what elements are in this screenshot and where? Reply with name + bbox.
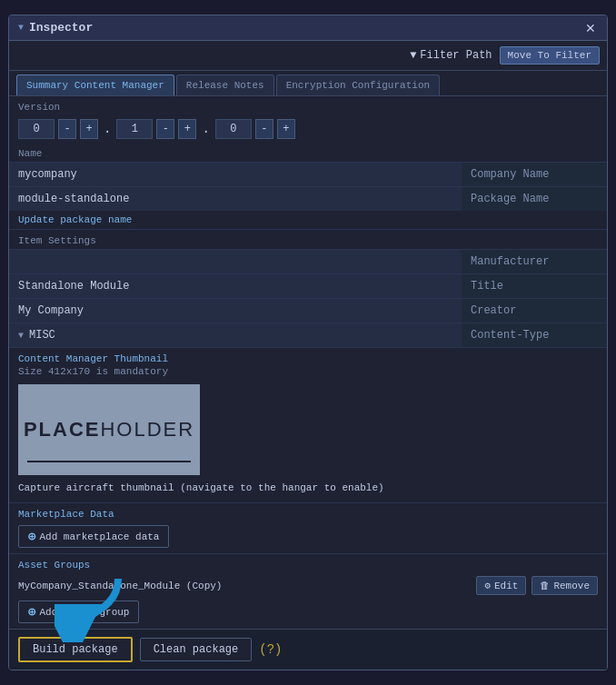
version-minor-plus[interactable]: + bbox=[178, 119, 196, 139]
package-name-label: Package Name bbox=[462, 187, 607, 211]
thumbnail-section: Content Manager Thumbnail Size 412x170 i… bbox=[9, 347, 607, 502]
toolbar-row: ▼ Filter Path Move To Filter bbox=[9, 41, 607, 71]
content-type-label: Content-Type bbox=[462, 323, 607, 347]
asset-groups-section: Asset Groups MyCompany_Standalone_Module… bbox=[9, 553, 607, 629]
window-title: Inspector bbox=[29, 21, 93, 35]
filter-path-button[interactable]: ▼ Filter Path bbox=[410, 49, 492, 62]
package-name-input[interactable] bbox=[9, 187, 462, 211]
plus-circle-icon: ⊕ bbox=[28, 529, 35, 544]
move-to-filter-button[interactable]: Move To Filter bbox=[500, 46, 600, 65]
edit-btn-label: Edit bbox=[494, 581, 518, 591]
build-package-button[interactable]: Build package bbox=[18, 637, 133, 662]
inspector-window: ▼ Inspector ✕ ▼ Filter Path Move To Filt… bbox=[8, 15, 608, 670]
marketplace-label: Marketplace Data bbox=[18, 509, 598, 520]
filter-path-label: Filter Path bbox=[420, 49, 492, 62]
content-type-value-container: ▼ MISC bbox=[9, 323, 462, 347]
bottom-bar: Build package Clean package (?) bbox=[9, 629, 607, 670]
version-major-minus[interactable]: - bbox=[58, 119, 76, 139]
tab-release-notes[interactable]: Release Notes bbox=[176, 74, 274, 95]
asset-name: MyCompany_Standalone_Module (Copy) bbox=[18, 581, 471, 591]
clean-package-button[interactable]: Clean package bbox=[140, 638, 253, 661]
title-bar: ▼ Inspector ✕ bbox=[9, 15, 607, 41]
version-minor-input[interactable] bbox=[116, 119, 153, 139]
title-bar-left: ▼ Inspector bbox=[18, 21, 93, 35]
filter-icon: ▼ bbox=[410, 49, 416, 62]
placeholder-underline bbox=[27, 461, 191, 462]
remove-asset-button[interactable]: 🗑 Remove bbox=[532, 576, 598, 595]
asset-row: MyCompany_Standalone_Module (Copy) ⚙ Edi… bbox=[18, 576, 598, 595]
content-area: Version - + . - + . - + Name Company Nam… bbox=[9, 96, 607, 629]
collapse-icon: ▼ bbox=[18, 23, 24, 33]
version-label: Version bbox=[9, 96, 607, 115]
thumbnail-placeholder[interactable]: PLACEHOLDER bbox=[18, 384, 200, 475]
item-settings-label: Item Settings bbox=[9, 229, 607, 249]
title-label: Title bbox=[462, 274, 607, 298]
marketplace-section: Marketplace Data ⊕ Add marketplace data bbox=[9, 502, 607, 553]
add-marketplace-label: Add marketplace data bbox=[39, 531, 159, 542]
tabs-row: Summary Content Manager Release Notes En… bbox=[9, 71, 607, 96]
help-button[interactable]: (?) bbox=[259, 642, 282, 657]
version-minor-minus[interactable]: - bbox=[156, 119, 174, 139]
placeholder-text: PLACEHOLDER bbox=[24, 418, 194, 442]
capture-text: Capture aircraft thumbnail (navigate to … bbox=[18, 482, 598, 493]
close-button[interactable]: ✕ bbox=[583, 22, 598, 35]
version-patch-input[interactable] bbox=[215, 119, 252, 139]
trash-icon: 🗑 bbox=[540, 580, 550, 591]
dot-1: . bbox=[102, 122, 113, 136]
placeholder-light: HOLDER bbox=[100, 418, 194, 441]
name-section: Name Company Name Package Name Update pa… bbox=[9, 143, 607, 229]
edit-icon: ⚙ bbox=[484, 580, 491, 591]
version-row: - + . - + . - + bbox=[9, 115, 607, 143]
name-label: Name bbox=[9, 143, 607, 162]
tab-summary-content-manager[interactable]: Summary Content Manager bbox=[16, 74, 174, 95]
content-type-dropdown-arrow: ▼ bbox=[18, 331, 24, 341]
creator-value: My Company bbox=[9, 299, 462, 323]
dot-2: . bbox=[200, 122, 211, 136]
thumbnail-section-label: Content Manager Thumbnail bbox=[18, 353, 598, 364]
creator-label: Creator bbox=[462, 299, 607, 323]
remove-btn-label: Remove bbox=[553, 581, 590, 591]
company-name-row: Company Name bbox=[9, 162, 607, 186]
update-package-row: Update package name bbox=[9, 211, 607, 229]
add-marketplace-data-button[interactable]: ⊕ Add marketplace data bbox=[18, 525, 169, 548]
update-package-name-button[interactable]: Update package name bbox=[9, 211, 141, 229]
placeholder-bold: PLACE bbox=[24, 418, 101, 441]
title-row: Standalone Module Title bbox=[9, 273, 607, 298]
edit-asset-button[interactable]: ⚙ Edit bbox=[476, 576, 526, 595]
content-type-value: MISC bbox=[29, 329, 55, 342]
title-value: Standalone Module bbox=[9, 274, 462, 298]
item-settings-section: Item Settings Manufacturer Standalone Mo… bbox=[9, 229, 607, 347]
asset-groups-label: Asset Groups bbox=[18, 560, 598, 571]
creator-row: My Company Creator bbox=[9, 298, 607, 323]
manufacturer-value bbox=[9, 250, 462, 273]
manufacturer-label: Manufacturer bbox=[462, 250, 607, 273]
tab-encryption-configuration[interactable]: Encryption Configuration bbox=[276, 74, 440, 95]
version-major-input[interactable] bbox=[18, 119, 55, 139]
content-type-row: ▼ MISC Content-Type bbox=[9, 323, 607, 347]
thumbnail-size-note: Size 412x170 is mandatory bbox=[18, 366, 598, 377]
add-asset-group-button[interactable]: ⊕ Add asset group bbox=[18, 601, 139, 623]
version-patch-plus[interactable]: + bbox=[277, 119, 295, 139]
package-name-row: Package Name bbox=[9, 186, 607, 211]
add-asset-label: Add asset group bbox=[39, 607, 129, 618]
version-section: Version - + . - + . - + bbox=[9, 96, 607, 143]
version-major-plus[interactable]: + bbox=[80, 119, 98, 139]
company-name-input[interactable] bbox=[9, 163, 462, 186]
company-name-label: Company Name bbox=[462, 163, 607, 186]
manufacturer-row: Manufacturer bbox=[9, 249, 607, 273]
plus-circle-asset-icon: ⊕ bbox=[28, 604, 35, 620]
version-patch-minus[interactable]: - bbox=[255, 119, 273, 139]
